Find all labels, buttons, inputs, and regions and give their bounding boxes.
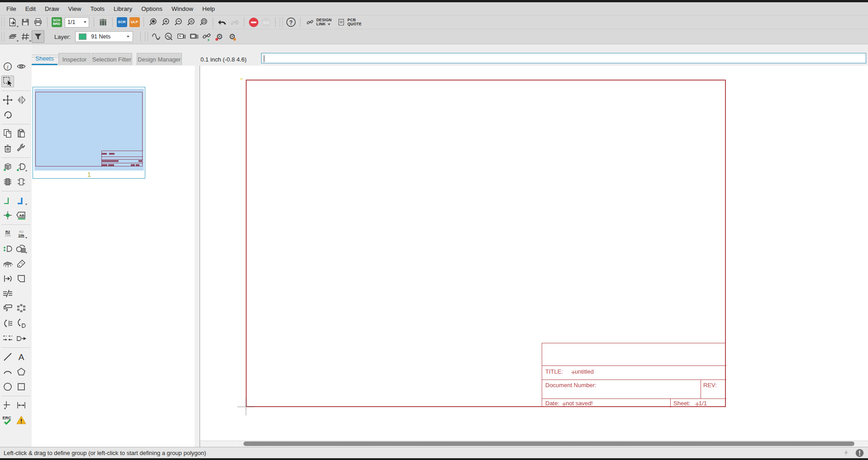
go-button[interactable]: GO [260, 16, 272, 28]
paste-tool[interactable] [15, 128, 28, 139]
ulp-button[interactable]: ULP [128, 16, 141, 28]
simulate-button[interactable] [150, 30, 162, 43]
scr-script-button[interactable]: SCR [115, 16, 128, 28]
swap-gates-tool[interactable] [15, 318, 28, 329]
text-tool[interactable]: A [15, 351, 28, 363]
zoom-fit-button[interactable] [147, 16, 159, 28]
line-tool[interactable] [1, 351, 14, 363]
shorten-wires-tool[interactable] [1, 332, 14, 344]
settings-sync-button[interactable]: ⚙ [213, 30, 226, 43]
polygon-pour-tool[interactable] [15, 303, 28, 314]
miter-tool[interactable] [15, 243, 28, 255]
menu-help[interactable]: Help [198, 4, 219, 14]
menu-file[interactable]: File [2, 4, 21, 14]
menu-edit[interactable]: Edit [21, 4, 40, 14]
group-tool[interactable] [1, 76, 14, 87]
name-tool[interactable]: R210k [1, 228, 14, 240]
notification-icon[interactable] [855, 448, 864, 458]
add-gate-tool[interactable] [15, 161, 28, 173]
sheets-panel-scrollbar[interactable] [195, 66, 200, 447]
save-button[interactable] [19, 16, 32, 28]
erc-errors-tool[interactable] [15, 414, 28, 426]
probe-button[interactable] [162, 30, 175, 43]
tab-selection-filter[interactable]: Selection Filter [91, 53, 132, 65]
menu-options[interactable]: Options [137, 4, 167, 14]
menu-library[interactable]: Library [109, 4, 137, 14]
pcb-quote-button[interactable]: PCBQUOTE [334, 16, 364, 28]
tab-sheets[interactable]: Sheets [32, 53, 57, 65]
design-link-button[interactable]: DESIGNLINK [303, 16, 334, 28]
bus-tool[interactable] [15, 194, 28, 206]
redo-button[interactable] [229, 16, 241, 28]
toolbar-grip[interactable] [280, 17, 283, 27]
print-button[interactable] [32, 16, 44, 28]
change-tool[interactable] [15, 142, 28, 154]
grid-button[interactable] [19, 30, 32, 43]
invoke-tool[interactable] [1, 243, 14, 255]
stop-button[interactable] [247, 16, 260, 28]
zoom-out-button[interactable] [172, 16, 185, 28]
rotate-tool[interactable] [1, 109, 14, 121]
net-tool[interactable] [1, 194, 14, 206]
zoom-in-button[interactable] [159, 16, 172, 28]
show-tool[interactable] [15, 61, 28, 72]
arc-tool[interactable] [1, 366, 14, 378]
pinswap-tool[interactable] [15, 176, 28, 188]
move-tool[interactable] [1, 94, 14, 106]
rect-tool[interactable] [15, 381, 28, 393]
copy-tool[interactable] [1, 128, 14, 139]
tab-design-manager[interactable]: Design Manager [137, 53, 182, 65]
add-part-tool[interactable] [1, 161, 14, 173]
menu-tools[interactable]: Tools [86, 4, 110, 14]
link-add-button[interactable] [200, 30, 213, 43]
layer-settings-button[interactable] [6, 30, 19, 43]
sch-brd-toggle-button[interactable]: SCHBRD [50, 16, 63, 28]
layer-dropdown[interactable]: 91 Nets [75, 31, 133, 42]
tab-inspector[interactable]: Inspector [58, 53, 91, 65]
polygon-tool[interactable] [15, 366, 28, 378]
module-tool[interactable] [15, 332, 28, 344]
toolbar-grip[interactable] [1, 17, 5, 27]
swap-layers-tool[interactable] [1, 318, 14, 329]
menu-window[interactable]: Window [167, 4, 198, 14]
mirror-tool[interactable] [15, 94, 28, 106]
value-tool[interactable]: R210k [15, 228, 28, 240]
smash-tool[interactable] [1, 258, 14, 270]
attribute-tool[interactable] [15, 258, 28, 270]
sim-setup-button[interactable] [175, 30, 188, 43]
mark-tool[interactable] [1, 399, 14, 411]
warning-icon [15, 415, 27, 426]
zoom-select-button[interactable] [185, 16, 197, 28]
erc-tool[interactable]: ERC [1, 414, 14, 426]
port-tool[interactable] [1, 273, 14, 285]
schematic-canvas[interactable]: TITLE: untitled Document Number: REV: Da… [200, 66, 868, 441]
net-class-tool[interactable] [1, 288, 14, 299]
toolbar-grip[interactable] [1, 32, 5, 42]
sheet-area-tool[interactable] [15, 273, 28, 285]
library-manager-button[interactable] [97, 16, 110, 28]
delete-tool[interactable] [1, 142, 14, 154]
dimension-tool[interactable] [15, 399, 28, 411]
horizontal-scrollbar-thumb[interactable] [243, 441, 854, 446]
sheet-selector-dropdown[interactable]: 1/1 [65, 17, 89, 28]
group-select-icon [2, 76, 13, 87]
menu-view[interactable]: View [64, 4, 86, 14]
sim-run-button[interactable] [188, 30, 200, 43]
settings-manage-button[interactable]: ⚙ [226, 30, 238, 43]
menu-draw[interactable]: Draw [40, 4, 64, 14]
undo-button[interactable] [216, 16, 229, 28]
zoom-redraw-button[interactable] [197, 16, 210, 28]
replace-tool[interactable] [1, 176, 14, 188]
junction-tool[interactable] [1, 209, 14, 221]
label-tool[interactable]: AB [15, 209, 28, 221]
pattern-tool[interactable] [1, 303, 14, 314]
toolbar-grip[interactable] [145, 32, 148, 42]
command-input[interactable] [261, 53, 866, 63]
selection-filter-button[interactable] [32, 30, 44, 43]
circle-tool[interactable] [1, 381, 14, 393]
info-tool[interactable]: i [1, 61, 14, 72]
sheet-thumbnail-item[interactable] [33, 87, 145, 179]
open-file-button[interactable] [6, 16, 19, 28]
panel-tabs: Sheets Inspector Selection Filter Design… [32, 53, 183, 65]
help-button[interactable]: ? [285, 16, 297, 28]
